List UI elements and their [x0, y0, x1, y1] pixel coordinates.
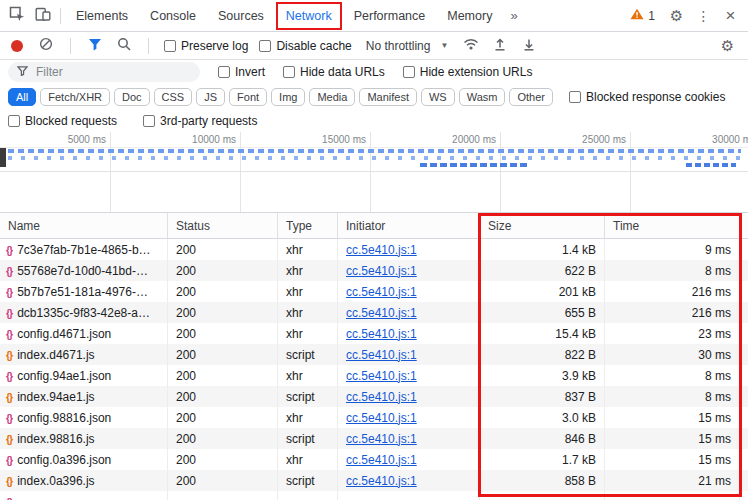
search-button[interactable] — [115, 37, 133, 55]
time-cell: 216 ms — [605, 281, 740, 302]
third-party-requests-input[interactable] — [143, 115, 155, 127]
size-cell: 3.0 kB — [480, 407, 605, 428]
column-header-type[interactable]: Type — [278, 213, 338, 238]
blocked-response-cookies-checkbox[interactable]: Blocked response cookies — [569, 90, 725, 104]
export-har-button[interactable] — [520, 37, 538, 55]
invert-checkbox[interactable]: Invert — [218, 65, 265, 79]
record-network-log-button[interactable] — [8, 37, 26, 55]
initiator-link[interactable]: cc.5e410.js:1 — [346, 327, 417, 341]
type-cell: xhr — [278, 407, 338, 428]
type-filter-media[interactable]: Media — [309, 88, 355, 106]
panel-tab-bar: ElementsConsoleSourcesNetworkPerformance… — [0, 0, 748, 32]
request-name: index.94ae1.js — [17, 390, 94, 404]
initiator-link[interactable]: cc.5e410.js:1 — [346, 369, 417, 383]
request-name: config.94ae1.json — [17, 369, 111, 383]
initiator-link[interactable]: cc.5e410.js:1 — [346, 306, 417, 320]
table-row[interactable]: {}index.d4671.js200scriptcc.5e410.js:182… — [0, 344, 748, 365]
column-header-time[interactable]: Time — [605, 213, 740, 238]
tab-network[interactable]: Network — [275, 0, 343, 31]
type-filter-all[interactable]: All — [8, 88, 36, 106]
table-row[interactable]: {}7c3e7fab-7b1e-4865-b…200xhrcc.5e410.js… — [0, 239, 748, 260]
type-cell: xhr — [278, 281, 338, 302]
preserve-log-input[interactable] — [164, 40, 176, 52]
device-toolbar-button[interactable] — [30, 3, 56, 29]
blocked-requests-input[interactable] — [8, 115, 20, 127]
column-header-name[interactable]: Name — [0, 213, 168, 238]
table-row[interactable]: {}index.0a396.js200scriptcc.5e410.js:185… — [0, 470, 748, 491]
status-cell: 200 — [168, 302, 278, 323]
network-overview[interactable]: 5000 ms10000 ms15000 ms20000 ms25000 ms3… — [0, 132, 748, 213]
filter-input[interactable] — [34, 64, 191, 80]
network-settings-button[interactable]: ⚙ — [715, 33, 740, 58]
initiator-link[interactable]: cc.5e410.js:1 — [346, 411, 417, 425]
type-filter-manifest[interactable]: Manifest — [359, 88, 417, 106]
type-filter-ws[interactable]: WS — [421, 88, 455, 106]
invert-input[interactable] — [218, 66, 230, 78]
column-header-initiator[interactable]: Initiator — [338, 213, 480, 238]
hide-data-urls-input[interactable] — [283, 66, 295, 78]
initiator-link[interactable]: cc.5e410.js:1 — [346, 453, 417, 467]
inspect-element-button[interactable] — [4, 3, 30, 29]
initiator-link[interactable]: cc.5e410.js:1 — [346, 432, 417, 446]
filter-input-box[interactable] — [8, 62, 200, 82]
type-filter-other[interactable]: Other — [509, 88, 553, 106]
type-filter-img[interactable]: Img — [271, 88, 305, 106]
more-tabs-button[interactable]: » — [503, 8, 524, 23]
overview-time-label: 30000 ms — [684, 134, 748, 145]
tab-memory[interactable]: Memory — [436, 0, 503, 31]
table-row[interactable]: {}config.d4671.json200xhrcc.5e410.js:115… — [0, 323, 748, 344]
network-conditions-button[interactable] — [462, 37, 480, 55]
clear-network-log-button[interactable] — [37, 37, 55, 55]
overview-gridline — [500, 132, 501, 212]
tab-console[interactable]: Console — [139, 0, 207, 31]
xhr-file-icon: {} — [6, 265, 12, 277]
table-row[interactable]: {}config.98816.json200xhrcc.5e410.js:13.… — [0, 407, 748, 428]
close-devtools-button[interactable]: × — [718, 3, 743, 28]
table-row[interactable]: {} — [0, 491, 748, 500]
warning-count: 1 — [648, 9, 655, 23]
name-cell: {}index.0a396.js — [0, 470, 168, 491]
tab-performance[interactable]: Performance — [343, 0, 437, 31]
settings-button[interactable]: ⚙ — [664, 3, 689, 28]
initiator-link[interactable]: cc.5e410.js:1 — [346, 348, 417, 362]
hide-data-urls-checkbox[interactable]: Hide data URLs — [283, 65, 385, 79]
column-header-size[interactable]: Size — [480, 213, 605, 238]
table-row[interactable]: {}index.94ae1.js200scriptcc.5e410.js:183… — [0, 386, 748, 407]
warning-icon — [630, 8, 644, 23]
disable-cache-input[interactable] — [259, 40, 271, 52]
blocked-requests-checkbox[interactable]: Blocked requests — [8, 114, 117, 128]
table-row[interactable]: {}dcb1335c-9f83-42e8-a…200xhrcc.5e410.js… — [0, 302, 748, 323]
overview-scroll-handle[interactable] — [0, 148, 6, 167]
tab-sources[interactable]: Sources — [207, 0, 275, 31]
initiator-link[interactable]: cc.5e410.js:1 — [346, 264, 417, 278]
initiator-link[interactable]: cc.5e410.js:1 — [346, 474, 417, 488]
hide-extension-urls-input[interactable] — [403, 66, 415, 78]
table-row[interactable]: {}config.94ae1.json200xhrcc.5e410.js:13.… — [0, 365, 748, 386]
more-options-button[interactable]: ⋮ — [691, 3, 716, 28]
type-filter-css[interactable]: CSS — [154, 88, 193, 106]
initiator-link[interactable]: cc.5e410.js:1 — [346, 390, 417, 404]
table-row[interactable]: {}55768e7d-10d0-41bd-…200xhrcc.5e410.js:… — [0, 260, 748, 281]
type-filter-font[interactable]: Font — [229, 88, 267, 106]
throttling-select[interactable]: No throttling ▼ — [363, 38, 452, 54]
type-filter-fetch-xhr[interactable]: Fetch/XHR — [40, 88, 110, 106]
tab-elements[interactable]: Elements — [65, 0, 139, 31]
table-row[interactable]: {}index.98816.js200scriptcc.5e410.js:184… — [0, 428, 748, 449]
disable-cache-checkbox[interactable]: Disable cache — [259, 39, 351, 53]
table-row[interactable]: {}5b7b7e51-181a-4976-…200xhrcc.5e410.js:… — [0, 281, 748, 302]
third-party-requests-checkbox[interactable]: 3rd-party requests — [143, 114, 257, 128]
table-row[interactable]: {}config.0a396.json200xhrcc.5e410.js:11.… — [0, 449, 748, 470]
initiator-link[interactable]: cc.5e410.js:1 — [346, 243, 417, 257]
type-filter-wasm[interactable]: Wasm — [459, 88, 506, 106]
type-filter-doc[interactable]: Doc — [114, 88, 150, 106]
initiator-link[interactable]: cc.5e410.js:1 — [346, 285, 417, 299]
hide-extension-urls-checkbox[interactable]: Hide extension URLs — [403, 65, 533, 79]
type-filter-js[interactable]: JS — [196, 88, 225, 106]
filter-toggle-button[interactable] — [86, 37, 104, 55]
console-warning-badge[interactable]: 1 — [623, 8, 662, 23]
request-name: index.0a396.js — [17, 474, 94, 488]
blocked-response-cookies-input[interactable] — [569, 91, 581, 103]
import-har-button[interactable] — [491, 37, 509, 55]
preserve-log-checkbox[interactable]: Preserve log — [164, 39, 248, 53]
column-header-status[interactable]: Status — [168, 213, 278, 238]
